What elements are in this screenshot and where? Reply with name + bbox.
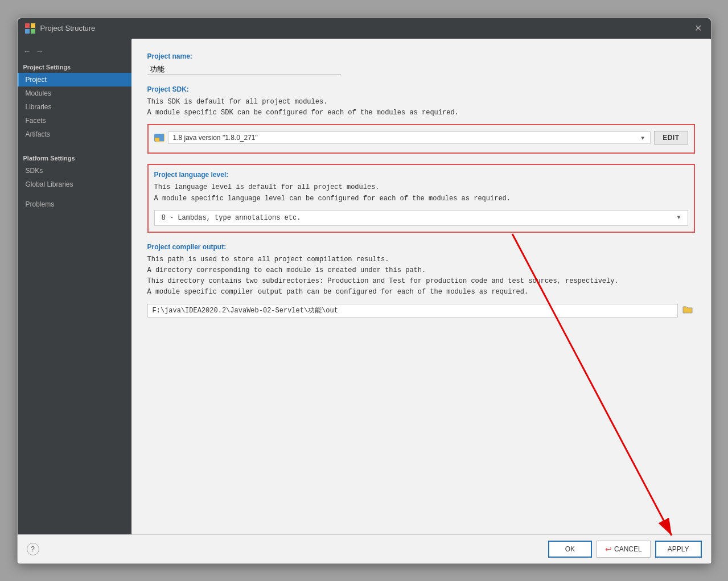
sidebar-item-libraries[interactable]: Libraries <box>18 100 131 114</box>
cancel-icon: ↩ <box>605 545 612 554</box>
sidebar-item-facets[interactable]: Facets <box>18 114 131 127</box>
language-level-label: Project language level: <box>154 171 688 179</box>
svg-rect-3 <box>31 29 35 34</box>
project-name-label: Project name: <box>147 52 695 60</box>
compiler-output-section: Project compiler output: This path is us… <box>147 243 695 318</box>
apply-button[interactable]: APPLY <box>655 541 702 558</box>
sidebar-item-global-libraries[interactable]: Global Libraries <box>18 178 131 191</box>
main-panel: Project name: Project SDK: This SDK is d… <box>131 39 711 534</box>
language-level-select[interactable]: 8 - Lambdas, type annotations etc. ▼ <box>154 210 688 226</box>
language-level-box: Project language level: This language le… <box>147 164 695 232</box>
close-button[interactable]: ✕ <box>692 23 704 34</box>
sdk-box: 1.8 java version "1.8.0_271" ▼ EDIT <box>147 124 695 154</box>
app-icon <box>24 23 36 34</box>
help-button[interactable]: ? <box>27 543 39 555</box>
footer: ? OK ↩ CANCEL APPLY <box>18 534 711 563</box>
project-settings-label: Project Settings <box>18 59 131 73</box>
lang-chevron-icon: ▼ <box>677 215 680 221</box>
sdk-chevron-icon: ▼ <box>640 135 645 141</box>
svg-rect-4 <box>155 134 164 138</box>
platform-settings-label: Platform Settings <box>18 150 131 164</box>
sdk-select[interactable]: 1.8 java version "1.8.0_271" ▼ <box>168 131 651 144</box>
title-bar: Project Structure ✕ <box>18 18 711 39</box>
svg-rect-1 <box>31 23 35 28</box>
svg-rect-6 <box>159 138 164 141</box>
sidebar-item-sdks[interactable]: SDKs <box>18 164 131 178</box>
sidebar: ← → Project Settings Project Modules Lib… <box>18 39 131 534</box>
svg-rect-5 <box>155 138 159 141</box>
edit-sdk-button[interactable]: EDIT <box>654 131 688 145</box>
svg-rect-2 <box>25 29 30 34</box>
compiler-output-label: Project compiler output: <box>147 243 695 251</box>
nav-back-button[interactable]: ← <box>22 46 32 57</box>
lang-description: This language level is default for all p… <box>154 182 688 204</box>
sdk-description: This SDK is default for all project modu… <box>147 97 695 118</box>
project-sdk-label: Project SDK: <box>147 85 695 93</box>
cancel-button[interactable]: ↩ CANCEL <box>597 541 651 558</box>
compiler-output-path-input[interactable] <box>147 304 678 318</box>
sidebar-item-artifacts[interactable]: Artifacts <box>18 127 131 141</box>
folder-browse-button[interactable] <box>680 304 695 318</box>
project-name-input[interactable] <box>147 64 341 75</box>
ok-button[interactable]: OK <box>548 541 592 558</box>
sidebar-item-modules[interactable]: Modules <box>18 86 131 100</box>
sidebar-item-problems[interactable]: Problems <box>18 191 131 211</box>
svg-rect-0 <box>25 23 30 28</box>
nav-forward-button[interactable]: → <box>35 46 45 57</box>
sidebar-item-project[interactable]: Project <box>18 73 131 86</box>
compiler-description: This path is used to store all project c… <box>147 254 695 298</box>
dialog-title: Project Structure <box>40 24 96 32</box>
nav-arrows: ← → <box>18 43 131 59</box>
sdk-icon <box>154 134 164 142</box>
